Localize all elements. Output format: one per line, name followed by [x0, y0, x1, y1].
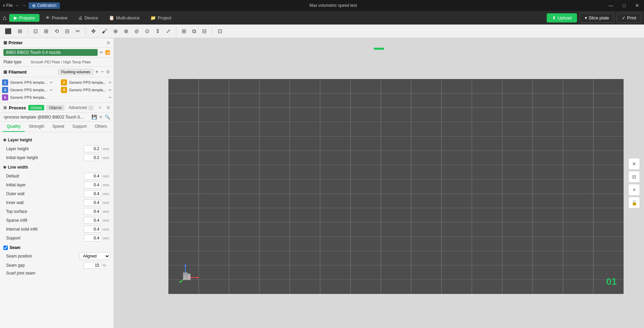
linewidth-default-row: Default mm — [3, 172, 110, 181]
printer-settings-icon[interactable]: ⚙ — [106, 41, 110, 45]
linewidth-sparse-infill-input[interactable] — [84, 217, 101, 224]
tab-prepare[interactable]: ▶ Prepare — [9, 14, 39, 22]
filament-title: ⊞ Filament — [3, 69, 27, 75]
toolbar-scale-icon[interactable]: ⤢ — [164, 27, 172, 36]
process-left: ⊞ Process Global Objects — [3, 105, 65, 110]
printer-wifi-icon[interactable]: 📶 — [105, 50, 110, 55]
toolbar-hollow-icon[interactable]: ⊙ — [143, 27, 151, 36]
toolbar-assembly-icon[interactable]: ⊟ — [200, 27, 209, 36]
seam-checkbox[interactable] — [3, 246, 8, 250]
filament-name-4: Generic PPS templa... — [69, 88, 106, 92]
toolbar-grid-icon[interactable]: ⊞ — [16, 27, 24, 36]
initial-layer-height-input[interactable] — [84, 154, 101, 161]
seam-position-label: Seam position — [6, 254, 80, 259]
viewport[interactable]: 01 ✕ ⊟ ≡ 🔒 — [114, 38, 644, 328]
toolbar-flatten-icon[interactable]: ⊟ — [63, 27, 71, 36]
calibration-button[interactable]: ⊕ Calibration — [29, 2, 60, 9]
vp-layout-button[interactable]: ⊟ — [628, 171, 640, 183]
layer-height-input[interactable] — [84, 145, 101, 152]
toolbar-seam-icon[interactable]: ⊗ — [122, 27, 130, 36]
linewidth-default-input[interactable] — [84, 173, 101, 179]
template-save-icon[interactable]: 💾 — [92, 114, 97, 120]
linewidth-support-input[interactable] — [84, 235, 101, 241]
filament-name-5: Generic PPS templa... — [10, 95, 106, 99]
forward-btn[interactable]: → — [22, 3, 27, 8]
toolbar-infill-icon[interactable]: ⊘ — [132, 27, 141, 36]
vp-lock-button[interactable]: 🔒 — [628, 197, 640, 208]
initial-layer-height-label: Initial layer height — [6, 155, 84, 160]
toolbar-cut-icon[interactable]: ✂ — [73, 27, 82, 36]
tab-device[interactable]: 🖨 Device — [73, 14, 103, 22]
filament-edit-2[interactable]: ✏ — [109, 80, 112, 85]
toolbar-unknown-icon[interactable]: ⊡ — [216, 27, 224, 36]
plate-type-label: Plate type — [3, 60, 27, 64]
toolbar-move-icon[interactable]: ✥ — [89, 27, 98, 36]
minimize-btn[interactable]: — — [607, 3, 615, 8]
advanced-toggle[interactable]: Advanced ⬜ — [69, 105, 93, 110]
seam-position-select[interactable]: Aligned Rear Random Nearest — [80, 252, 110, 260]
printer-name-input[interactable] — [3, 49, 98, 56]
vp-layers-button[interactable]: ≡ — [628, 184, 640, 196]
tab-support[interactable]: Support — [68, 122, 91, 132]
toolbar-support-icon[interactable]: ⊕ — [111, 27, 120, 36]
process-tab-objects[interactable]: Objects — [46, 105, 64, 110]
tab-speed[interactable]: Speed — [48, 122, 68, 132]
tab-quality[interactable]: Quality — [3, 122, 25, 132]
linewidth-outer-wall-input[interactable] — [84, 190, 101, 197]
process-tab-global[interactable]: Global — [28, 105, 45, 110]
filament-edit-5[interactable]: ✏ — [109, 95, 112, 100]
template-search-icon[interactable]: 🔍 — [105, 114, 110, 120]
home-button[interactable]: ⌂ — [3, 14, 6, 21]
tab-strength[interactable]: Strength — [25, 122, 48, 132]
slice-icon: ▾ — [585, 15, 587, 20]
linewidth-outer-wall-wrap: mm — [84, 190, 110, 197]
template-close-icon[interactable]: ✕ — [99, 114, 103, 120]
linewidth-initial-layer-input[interactable] — [84, 182, 101, 188]
window-title: Max volumetric speed test — [310, 3, 357, 8]
linewidth-internal-solid-input[interactable] — [84, 226, 101, 233]
linewidth-initial-layer-unit: mm — [103, 183, 110, 187]
filament-add-icon[interactable]: + — [95, 69, 98, 75]
linewidth-top-surface-input[interactable] — [84, 208, 101, 215]
toolbar-height-icon[interactable]: ⇕ — [153, 27, 162, 36]
toolbar-orient-icon[interactable]: ⟲ — [52, 27, 61, 36]
title-bar-left: ≡ File ← → ⊕ Calibration — [3, 2, 60, 9]
slice-plate-button[interactable]: ▾ Slice plate — [580, 13, 614, 23]
process-template-name: process template @BIBO BIBO2 Touch 0... — [5, 115, 92, 120]
process-settings-icon[interactable]: ⚙ — [106, 105, 110, 110]
close-btn[interactable]: ✕ — [633, 3, 641, 8]
maximize-btn[interactable]: □ — [621, 3, 628, 8]
toolbar-arrange-icon[interactable]: ⊞ — [42, 27, 50, 36]
layer-height-label: Layer height — [6, 146, 84, 151]
printer-edit-icon[interactable]: ✏ — [100, 50, 103, 55]
linewidth-default-unit: mm — [103, 174, 110, 178]
tab-project[interactable]: 📁 Project — [146, 14, 176, 22]
filament-edit-3[interactable]: ✏ — [50, 88, 53, 92]
toolbar-select-icon[interactable]: ⊡ — [31, 27, 40, 36]
tab-multi-device[interactable]: 📋 Multi-device — [104, 14, 144, 22]
settings-scroll-area[interactable]: Layer height Layer height mm Initial lay… — [0, 132, 114, 328]
initial-layer-height-input-wrap: mm — [84, 154, 110, 161]
filament-edit-1[interactable]: ✏ — [50, 80, 53, 85]
title-bar: ≡ File ← → ⊕ Calibration Max volumetric … — [0, 0, 644, 11]
axis-svg — [179, 262, 199, 283]
filament-edit-4[interactable]: ✏ — [109, 88, 112, 92]
print-button[interactable]: ✓ Print — [617, 13, 641, 23]
tab-preview[interactable]: 👁 Preview — [41, 14, 72, 22]
process-list-icon[interactable]: ≡ — [99, 105, 101, 110]
menu-file-label[interactable]: ≡ File — [3, 3, 13, 8]
filament-remove-icon[interactable]: − — [101, 69, 104, 75]
seam-gap-input[interactable] — [84, 262, 101, 269]
toolbar-paint-icon[interactable]: 🖌 — [100, 27, 109, 36]
vp-close-button[interactable]: ✕ — [628, 158, 640, 170]
filament-settings-icon[interactable]: ⚙ — [106, 69, 110, 75]
toolbar-slice-icon[interactable]: ⊞ — [180, 27, 188, 36]
toolbar-cube-icon[interactable]: ⬛ — [3, 27, 14, 36]
project-label: Project — [158, 15, 171, 20]
back-btn[interactable]: ← — [15, 3, 20, 8]
tab-others[interactable]: Others — [91, 122, 111, 132]
toolbar-merge-icon[interactable]: ⧉ — [190, 27, 198, 36]
upload-button[interactable]: ⬆ Upload — [547, 13, 577, 22]
flushing-volumes-button[interactable]: Flushing volumes — [58, 69, 94, 75]
linewidth-inner-wall-input[interactable] — [84, 199, 101, 206]
